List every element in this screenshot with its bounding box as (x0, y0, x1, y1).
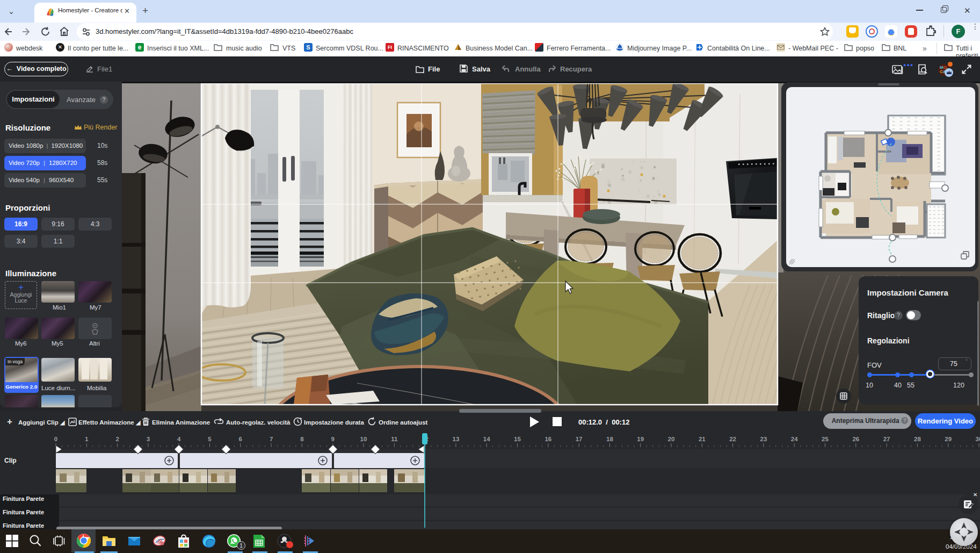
svg-text:14: 14 (483, 436, 490, 442)
svg-text:25: 25 (822, 436, 829, 442)
svg-text:20: 20 (668, 436, 675, 442)
svg-text:2: 2 (115, 436, 119, 442)
svg-text:13: 13 (453, 436, 460, 442)
svg-text:1: 1 (85, 436, 89, 442)
svg-text:30: 30 (976, 436, 980, 442)
svg-text:0: 0 (54, 436, 57, 442)
svg-text:26: 26 (852, 436, 859, 442)
svg-text:28: 28 (914, 436, 921, 442)
svg-text:19: 19 (637, 436, 644, 442)
svg-text:16: 16 (545, 436, 551, 442)
svg-text:8: 8 (300, 436, 304, 442)
svg-text:4: 4 (177, 436, 181, 442)
svg-text:22: 22 (729, 436, 736, 442)
svg-text:17: 17 (576, 436, 583, 442)
svg-text:11: 11 (391, 436, 398, 442)
svg-text:27: 27 (883, 436, 890, 442)
svg-text:24: 24 (791, 436, 798, 442)
svg-text:6: 6 (239, 436, 242, 442)
svg-text:15: 15 (514, 436, 521, 442)
svg-text:9: 9 (331, 436, 334, 442)
svg-text:18: 18 (606, 436, 613, 442)
svg-text:21: 21 (699, 436, 706, 442)
svg-text:29: 29 (945, 436, 952, 442)
svg-text:7: 7 (270, 436, 273, 442)
svg-text:23: 23 (760, 436, 767, 442)
svg-text:5: 5 (208, 436, 212, 442)
svg-text:10: 10 (360, 436, 367, 442)
svg-text:3: 3 (147, 436, 150, 442)
